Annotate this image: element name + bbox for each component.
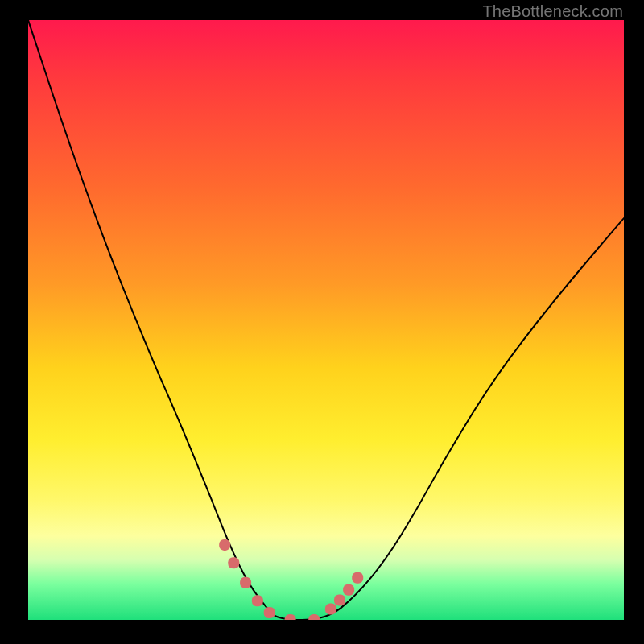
highlight-marker <box>264 607 275 618</box>
highlight-marker <box>240 577 251 588</box>
highlight-marker <box>228 557 239 568</box>
highlight-marker <box>252 595 263 606</box>
bottleneck-curve <box>28 20 624 620</box>
highlight-marker <box>308 614 320 620</box>
highlight-marker <box>334 594 345 605</box>
chart-frame: TheBottleneck.com <box>0 0 644 644</box>
watermark-text: TheBottleneck.com <box>482 2 623 21</box>
highlight-marker <box>325 604 336 615</box>
plot-area <box>28 20 624 620</box>
highlight-marker <box>352 572 363 584</box>
highlight-marker <box>219 539 230 551</box>
highlight-marker <box>343 584 354 596</box>
highlight-marker <box>285 614 296 620</box>
bottleneck-curve-svg <box>28 20 624 620</box>
